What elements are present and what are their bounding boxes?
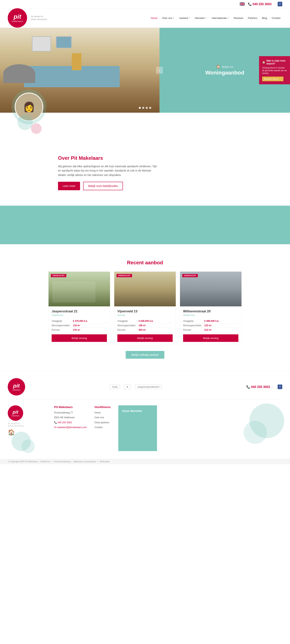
- nav-over-ons[interactable]: Over ons ▼: [160, 13, 177, 23]
- nav-contact[interactable]: Contact: [270, 13, 282, 23]
- footer-top: pit makelaars funda ★ vastgoed·gecertifi…: [8, 378, 282, 400]
- footer-col1-title: Pit Makelaars: [54, 405, 87, 409]
- footer-right-area: Onze diensten: [118, 405, 282, 451]
- nav-diensten[interactable]: Diensten ▼: [193, 13, 209, 23]
- property-image-2: VERKOCHT: [114, 272, 176, 306]
- footer-logo[interactable]: pit makelaars: [8, 378, 25, 396]
- spec-label: Woonoppervlakte:: [183, 323, 204, 328]
- recent-title: Recent aanbod: [8, 260, 282, 266]
- header-tagline: de sleutel tot ieders droomhuis: [31, 15, 47, 21]
- house-value-widget: 🏠 Wat is mijn huis waard? Ontvang binnen…: [259, 56, 290, 84]
- spec-row: Vraagprijs: € 475.000 k.k.: [52, 319, 107, 323]
- view-property-button-1[interactable]: Bekijk woning: [52, 334, 107, 342]
- webcaken-link[interactable]: Webcaken: [100, 460, 110, 463]
- logo-makelaars: makelaars: [12, 20, 23, 22]
- bubble-2: [31, 123, 42, 134]
- view-property-button-2[interactable]: Bekijk woning: [117, 334, 173, 342]
- spec-row: Woonoppervlakte: 119 m²: [52, 323, 107, 328]
- nav-home[interactable]: Home: [149, 13, 160, 23]
- badge-funda: funda: [110, 385, 120, 389]
- footer-col-2: Hoofdmenu Home Over ons Onze partners Co…: [95, 405, 111, 451]
- sold-badge-3: VERKOCHT: [182, 274, 198, 277]
- person-area: 👩: [0, 113, 290, 132]
- property-info-3: Witherenstraat 20 Veldhoven Vraagprijs: …: [180, 306, 241, 345]
- footer-phone-link[interactable]: 📞 040 255 3003: [54, 421, 87, 424]
- spec-value: 196 m²: [139, 323, 173, 328]
- footer-menu-contact[interactable]: Contact: [95, 426, 111, 429]
- footer-col-1: Pit Makelaars Provincialeweg 77 5503 HB …: [54, 405, 87, 451]
- arrow-right-icon: →: [279, 78, 281, 80]
- footer-bottom: pit makelaars de sleutel tot ieders droo…: [8, 405, 282, 451]
- hero-dot-3[interactable]: [146, 107, 148, 109]
- about-section: Over Pit Makelaars Wij geloven dat elke …: [0, 132, 290, 202]
- footer-phone-top[interactable]: 📞 040 255 3003: [246, 385, 270, 389]
- footer-facebook-button[interactable]: f: [278, 384, 282, 389]
- property-title-1: Jaspersstraat 21: [52, 310, 107, 313]
- spec-label: Perceel:: [183, 328, 204, 332]
- hero-dot-4[interactable]: [149, 107, 151, 109]
- property-image-1: VERKOCHT: [49, 272, 110, 306]
- nav-aanbod[interactable]: Aanbod ▼: [177, 13, 192, 23]
- badge-star: ★: [124, 385, 131, 389]
- view-all-button[interactable]: Bekijk volledig aanbod: [126, 351, 164, 359]
- spec-row: Perceel: 803 m²: [117, 328, 173, 332]
- footer-logo-section: pit makelaars de sleutel tot ieders droo…: [8, 405, 46, 451]
- footer-address-2: 5503 HB Veldhoven: [54, 416, 87, 420]
- facebook-button[interactable]: f: [278, 2, 282, 6]
- badge-vastgoed: vastgoed·gecertificeerd: [135, 385, 162, 389]
- footer-diensten-title: Onze diensten: [122, 409, 142, 412]
- video-button[interactable]: Bekijk onze bedrijfsvideo: [83, 182, 123, 190]
- footer: pit makelaars funda ★ vastgoed·gecertifi…: [0, 370, 290, 459]
- algemeen-link[interactable]: Algemene voorwaarden: [74, 460, 96, 463]
- recent-section: Recent aanbod VERKOCHT Jaspersstraat 21 …: [0, 248, 290, 370]
- footer-address-1: Provincialeweg 77: [54, 411, 87, 414]
- footer-logo-bottom[interactable]: pit makelaars: [8, 405, 23, 421]
- green-banner: [0, 206, 290, 244]
- spec-value: 212 m²: [204, 328, 238, 332]
- footer-menu-home[interactable]: Home: [95, 411, 111, 414]
- slide-label: Bekijk ons: [222, 66, 233, 68]
- footer-col2-title: Hoofdmenu: [95, 405, 111, 409]
- hero-dot-1[interactable]: [139, 107, 141, 109]
- footer-email-link[interactable]: ✉ makelaer@pitmakelaars.com: [54, 426, 87, 429]
- person-overlay: 👩: [12, 90, 46, 124]
- footer-badges: funda ★ vastgoed·gecertificeerd: [110, 385, 162, 389]
- nav-blog[interactable]: Blog: [260, 13, 269, 23]
- logo-pit: pit: [14, 14, 21, 20]
- privacy-link[interactable]: Privacyverklaring: [54, 460, 70, 463]
- spec-label: Vraagprijs:: [183, 319, 204, 323]
- nav-partners[interactable]: Partners: [246, 13, 259, 23]
- chair-decoration: [3, 64, 35, 83]
- view-property-button-3[interactable]: Bekijk woning: [183, 334, 238, 342]
- sold-badge-2: VERKOCHT: [117, 274, 132, 277]
- spec-value: € 475.000 k.k.: [73, 319, 107, 323]
- spec-label: Woonoppervlakte:: [117, 323, 139, 328]
- spec-value: 123 m²: [204, 323, 238, 328]
- footer-logo-pit: pit: [13, 383, 20, 389]
- widget-title: 🏠 Wat is mijn huis waard?: [262, 59, 287, 65]
- nav-internationals[interactable]: Internationals ▼: [210, 13, 231, 23]
- widget-calculate-button[interactable]: Bereken het nu →: [262, 76, 283, 81]
- logo[interactable]: pit makelaars: [8, 8, 27, 28]
- footer-pit-bottom: pit: [13, 410, 18, 415]
- slide-house-icon: 🏠: [216, 65, 220, 69]
- properties-grid: VERKOCHT Jaspersstraat 21 Veldhoven Vraa…: [8, 272, 282, 345]
- hero-dot-2[interactable]: [142, 107, 144, 109]
- language-flag[interactable]: 🇬🇧: [240, 2, 245, 6]
- property-city-2: Reusel: [117, 314, 173, 316]
- read-more-button[interactable]: Lees meer: [58, 182, 80, 190]
- footer-menu-overons[interactable]: Over ons: [95, 416, 111, 420]
- hero-next-button[interactable]: ›: [156, 67, 163, 74]
- footer-logo-area-top: pit makelaars: [8, 378, 25, 396]
- spec-row: Vraagprijs: € 839.000 k.k.: [117, 319, 173, 323]
- property-city-3: Veldhoven: [183, 314, 238, 316]
- footer-contact-right: 📞 040 255 3003 | f: [246, 384, 282, 389]
- spec-label: Perceel:: [52, 328, 73, 332]
- copyright-text: © Copyright 2025 Pit Makelaars – Veldhov…: [8, 460, 50, 463]
- widget-house-icon: 🏠: [262, 61, 265, 64]
- footer-menu-partners[interactable]: Onze partners: [95, 421, 111, 424]
- nav-reviews[interactable]: Reviews: [232, 13, 245, 23]
- spec-row: Perceel: 212 m²: [183, 328, 238, 332]
- header-phone[interactable]: 📞 040 255 3003: [248, 2, 271, 6]
- footer-tagline: de sleutel tot ieders droomhuis: [8, 422, 46, 427]
